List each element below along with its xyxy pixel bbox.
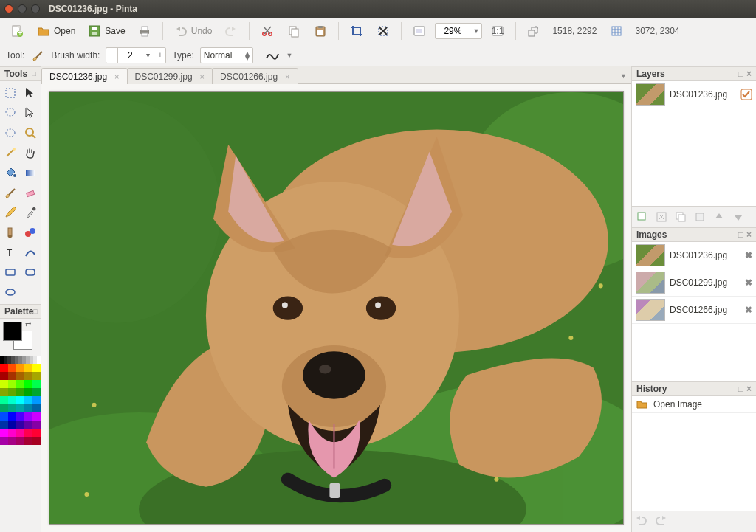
tab-dsc01299[interactable]: DSC01299.jpg× xyxy=(127,68,213,84)
window-close-button[interactable] xyxy=(4,4,13,13)
close-image-button[interactable]: ✖ xyxy=(745,277,752,288)
line-tool[interactable] xyxy=(21,243,39,261)
lasso-tool[interactable] xyxy=(1,104,19,122)
brush-width-spinner[interactable]: − ▾ + xyxy=(106,47,166,63)
palette-color[interactable] xyxy=(24,380,32,388)
palette-color[interactable] xyxy=(16,372,24,380)
paintbrush-tool[interactable] xyxy=(1,184,19,201)
save-button[interactable]: Save xyxy=(83,21,128,41)
delete-layer-button[interactable] xyxy=(654,210,669,224)
palette-color[interactable] xyxy=(32,404,41,412)
palette-color[interactable] xyxy=(32,364,41,372)
panel-close-icon[interactable]: × xyxy=(746,384,752,394)
palette-color[interactable] xyxy=(32,412,41,421)
eraser-tool[interactable] xyxy=(21,184,39,201)
zoom-value-field[interactable] xyxy=(436,26,470,36)
open-button[interactable]: Open xyxy=(32,21,79,41)
palette-color[interactable] xyxy=(0,404,8,412)
close-image-button[interactable]: ✖ xyxy=(745,305,752,315)
close-image-button[interactable]: ✖ xyxy=(745,250,752,260)
palette-color[interactable] xyxy=(24,412,32,421)
redo-button[interactable] xyxy=(220,21,242,41)
palette-color[interactable] xyxy=(0,372,8,380)
panel-detach-icon[interactable]: □ xyxy=(738,69,743,79)
text-tool[interactable]: T xyxy=(1,243,19,261)
palette-color[interactable] xyxy=(8,437,16,445)
palette-color[interactable] xyxy=(32,421,41,429)
palette-color[interactable] xyxy=(8,364,16,372)
palette-color[interactable] xyxy=(8,372,16,380)
ellipse-tool[interactable] xyxy=(1,283,19,301)
ellipse-select-tool[interactable] xyxy=(1,124,19,142)
move-up-button[interactable] xyxy=(712,210,726,224)
eyedropper-tool[interactable] xyxy=(21,204,39,221)
close-icon[interactable]: × xyxy=(285,72,289,81)
palette-color[interactable] xyxy=(32,388,41,396)
close-icon[interactable]: × xyxy=(200,72,205,81)
pan-tool[interactable] xyxy=(21,144,39,162)
panel-close-icon[interactable]: × xyxy=(746,229,752,240)
move-selection-tool[interactable] xyxy=(21,84,39,102)
palette-color[interactable] xyxy=(8,421,16,429)
history-row[interactable]: Open Image xyxy=(632,396,756,413)
palette-color[interactable] xyxy=(24,372,32,380)
brush-width-value[interactable] xyxy=(118,50,142,61)
palette-color[interactable] xyxy=(16,412,24,421)
resize-image-button[interactable] xyxy=(523,21,545,41)
move-pixels-tool[interactable] xyxy=(21,104,39,122)
brush-width-dropdown[interactable]: ▾ xyxy=(142,48,154,63)
zoom-fit-button[interactable] xyxy=(408,21,430,41)
image-row[interactable]: DSC01236.jpg ✖ xyxy=(632,242,756,269)
cut-button[interactable] xyxy=(256,21,278,41)
panel-detach-icon[interactable]: □ xyxy=(738,384,743,394)
rect-select-tool[interactable] xyxy=(1,84,19,102)
stroke-style-dropdown[interactable]: ▼ xyxy=(286,52,292,59)
bucket-tool[interactable] xyxy=(1,164,19,182)
palette-color[interactable] xyxy=(8,380,16,388)
print-button[interactable] xyxy=(134,21,156,41)
palette-color[interactable] xyxy=(16,380,24,388)
recolor-tool[interactable] xyxy=(21,224,39,241)
brush-type-select[interactable]: Normal ▴▾ xyxy=(200,47,254,63)
palette-color[interactable] xyxy=(0,429,8,437)
canvas-viewport[interactable] xyxy=(41,84,631,532)
canvas[interactable] xyxy=(49,91,624,525)
panel-collapse-icon[interactable]: □ xyxy=(32,70,36,77)
swap-colors-icon[interactable]: ⇄ xyxy=(25,320,31,328)
zoom-tool[interactable] xyxy=(21,124,39,142)
palette-color[interactable] xyxy=(16,388,24,396)
rounded-rect-tool[interactable] xyxy=(21,263,39,281)
palette-color[interactable] xyxy=(0,388,8,396)
clone-tool[interactable] xyxy=(1,224,19,241)
canvas-size-button[interactable] xyxy=(605,21,628,41)
tab-dsc01266[interactable]: DSC01266.jpg× xyxy=(212,68,298,84)
panel-detach-icon[interactable]: □ xyxy=(738,229,743,240)
history-redo-button[interactable] xyxy=(656,514,670,529)
add-layer-button[interactable]: + xyxy=(635,210,650,224)
deselect-button[interactable] xyxy=(372,21,394,41)
image-row[interactable]: DSC01299.jpg ✖ xyxy=(632,269,756,297)
image-row[interactable]: DSC01266.jpg ✖ xyxy=(632,297,756,324)
palette-color[interactable] xyxy=(24,388,32,396)
palette-color[interactable] xyxy=(0,364,8,372)
palette-color[interactable] xyxy=(0,412,8,421)
palette-color[interactable] xyxy=(16,421,24,429)
panel-collapse-icon[interactable]: □ xyxy=(33,308,37,315)
palette-color[interactable] xyxy=(32,372,41,380)
palette-color[interactable] xyxy=(0,380,8,388)
palette-color[interactable] xyxy=(8,429,16,437)
palette-color[interactable] xyxy=(32,380,41,388)
palette-color[interactable] xyxy=(0,421,8,429)
window-minimize-button[interactable] xyxy=(18,4,27,13)
palette-color[interactable] xyxy=(16,429,24,437)
palette-color[interactable] xyxy=(8,396,16,404)
freeform-tool[interactable] xyxy=(21,283,39,301)
palette-color[interactable] xyxy=(16,437,24,445)
tabs-menu-button[interactable]: ▼ xyxy=(620,72,627,80)
magic-wand-tool[interactable] xyxy=(1,144,19,162)
palette-color[interactable] xyxy=(24,364,32,372)
stroke-style-button[interactable] xyxy=(265,48,280,63)
zoom-dropdown-button[interactable]: ▼ xyxy=(470,27,481,35)
tab-dsc01236[interactable]: DSC01236.jpg× xyxy=(41,68,128,84)
pencil-tool[interactable] xyxy=(1,204,19,221)
